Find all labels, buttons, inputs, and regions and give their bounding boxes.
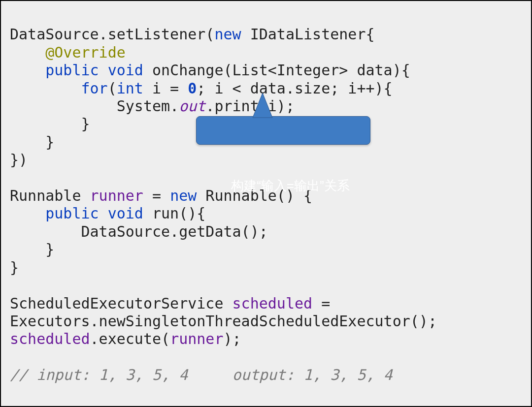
annotation-callout-text: 构建“输入=输出”关系 bbox=[231, 178, 350, 193]
code-line-16: scheduled.execute(runner); bbox=[10, 330, 241, 347]
code-line-11: DataSource.getData(); bbox=[10, 223, 268, 240]
code-line-13: } bbox=[10, 259, 19, 276]
code-panel: DataSource.setListener(new IDataListener… bbox=[0, 0, 532, 407]
code-line-14: ScheduledExecutorService scheduled = bbox=[10, 295, 330, 312]
svg-marker-0 bbox=[253, 93, 272, 118]
callout-pointer-icon bbox=[253, 93, 272, 118]
code-line-7: } bbox=[10, 133, 54, 151]
code-line-17-comment: // input: 1, 3, 5, 4 output: 1, 3, 5, 4 bbox=[10, 366, 393, 383]
annotation-callout: 构建“输入=输出”关系 bbox=[196, 116, 370, 145]
code-line-6: } bbox=[10, 115, 90, 132]
code-line-4: for(int i = 0; i < data.size; i++){ bbox=[10, 80, 393, 97]
code-line-1: DataSource.setListener(new IDataListener… bbox=[10, 26, 375, 43]
code-line-2: @Override bbox=[10, 44, 126, 61]
code-line-15: Executors.newSingletonThreadScheduledExe… bbox=[10, 313, 437, 330]
code-line-12: } bbox=[10, 241, 54, 258]
code-line-5: System.out.print(i); bbox=[10, 97, 295, 115]
code-line-8: }) bbox=[10, 151, 28, 168]
code-line-3: public void onChange(List<Integer> data)… bbox=[10, 62, 410, 79]
code-line-10: public void run(){ bbox=[10, 205, 205, 222]
